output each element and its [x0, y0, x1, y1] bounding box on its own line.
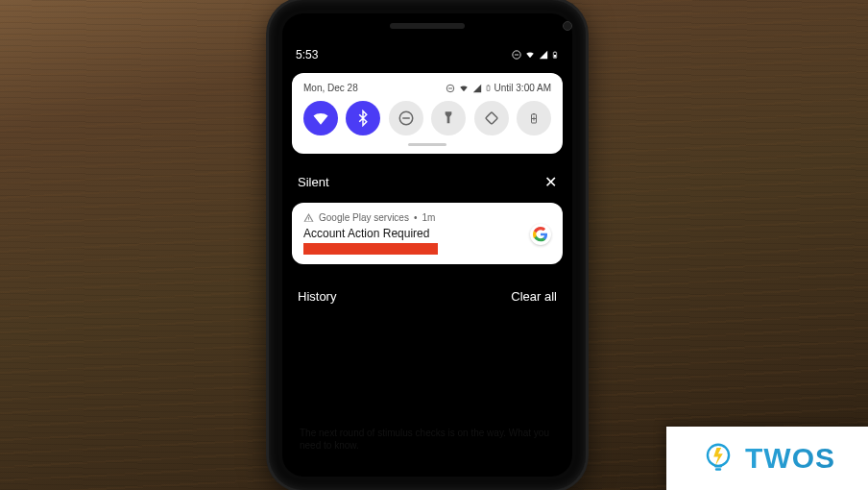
background-app-content: The next round of stimulus checks is on … — [292, 419, 563, 477]
close-icon[interactable]: ✕ — [544, 173, 557, 191]
silent-section-header: Silent ✕ — [282, 159, 572, 201]
dnd-icon — [398, 110, 415, 127]
qs-status-right: Until 3:00 AM — [446, 83, 551, 93]
rotate-icon — [483, 110, 500, 127]
svg-rect-4 — [554, 55, 556, 58]
wifi-status-icon — [524, 50, 536, 60]
svg-rect-13 — [533, 113, 535, 114]
svg-rect-8 — [487, 86, 488, 86]
phone-screen: 5:53 Mon, Dec 28 Until 3:00 AM — [282, 13, 572, 477]
clear-all-button[interactable]: Clear all — [511, 289, 557, 304]
silent-label: Silent — [298, 175, 329, 189]
qs-tile-wifi[interactable] — [303, 101, 338, 135]
redacted-content — [303, 243, 438, 255]
svg-rect-11 — [485, 112, 497, 125]
phone-camera — [563, 21, 572, 31]
quick-settings-tiles — [303, 101, 551, 135]
brand-text: TWOS — [745, 442, 835, 475]
phone-speaker — [390, 23, 465, 29]
signal-status-icon — [539, 50, 548, 60]
svg-rect-17 — [714, 465, 722, 467]
wifi-small-icon — [458, 84, 470, 93]
svg-rect-6 — [447, 87, 451, 88]
svg-rect-7 — [487, 86, 490, 90]
flashlight-icon — [441, 110, 456, 126]
wifi-icon — [311, 109, 330, 128]
battery-saver-icon — [528, 110, 540, 127]
qs-dnd-until: Until 3:00 AM — [494, 83, 551, 93]
svg-rect-18 — [715, 468, 721, 470]
google-logo-icon — [530, 224, 551, 245]
dnd-small-icon — [446, 84, 455, 93]
notification-separator: • — [414, 212, 418, 223]
qs-tile-dnd[interactable] — [389, 101, 423, 135]
quick-settings-panel[interactable]: Mon, Dec 28 Until 3:00 AM — [292, 73, 563, 154]
panel-drag-handle[interactable] — [408, 143, 446, 146]
phone-frame: 5:53 Mon, Dec 28 Until 3:00 AM — [269, 0, 586, 490]
qs-tile-rotate[interactable] — [474, 101, 509, 135]
history-link[interactable]: History — [298, 289, 336, 304]
qs-tile-flashlight[interactable] — [431, 101, 466, 135]
qs-tile-bluetooth[interactable] — [346, 101, 380, 135]
brand-watermark: TWOS — [666, 427, 868, 490]
notification-footer: History Clear all — [282, 266, 572, 315]
svg-rect-3 — [554, 52, 555, 53]
notification-app: Google Play services — [319, 212, 409, 223]
status-time: 5:53 — [296, 48, 318, 61]
qs-tile-battery-saver[interactable] — [517, 101, 551, 135]
warning-icon — [303, 212, 314, 223]
status-icons — [512, 49, 559, 61]
battery-status-icon — [551, 49, 559, 61]
signal-small-icon — [472, 84, 482, 93]
notification-card[interactable]: Google Play services • 1m Account Action… — [292, 203, 563, 264]
battery-small-icon — [485, 83, 492, 93]
status-bar: 5:53 — [282, 13, 572, 67]
quick-settings-header: Mon, Dec 28 Until 3:00 AM — [303, 83, 551, 93]
notification-age: 1m — [422, 212, 435, 223]
dnd-status-icon — [512, 50, 521, 60]
notification-title: Account Action Required — [303, 227, 551, 240]
svg-rect-1 — [515, 55, 518, 56]
lightbulb-icon — [699, 439, 737, 478]
qs-date: Mon, Dec 28 — [303, 83, 358, 93]
bluetooth-icon — [354, 110, 372, 127]
notification-header: Google Play services • 1m — [303, 212, 551, 223]
